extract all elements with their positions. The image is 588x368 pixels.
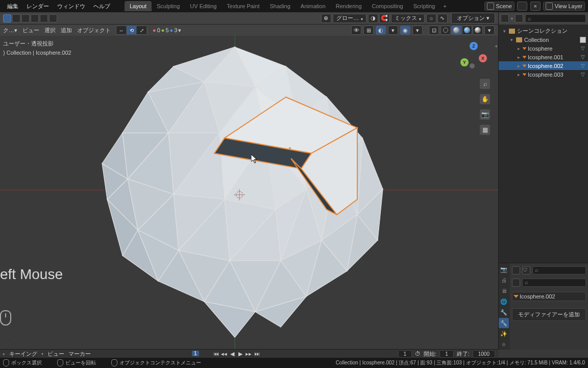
vhdr-object[interactable]: オブジェクト xyxy=(77,27,111,34)
selectmode-2-icon[interactable] xyxy=(21,14,30,22)
shade-matprev-icon[interactable] xyxy=(462,26,472,35)
properties-pin-icon[interactable]: ♡ xyxy=(522,266,530,274)
tree-item-icosphere-001[interactable]: ▸ Icosphere.001 ▽ xyxy=(499,53,588,61)
orientation-icon[interactable]: ⊕ xyxy=(321,14,331,23)
prop-tab-particle-icon[interactable]: ✨ xyxy=(499,329,509,339)
proportional-falloff-icon[interactable]: ∿ xyxy=(437,14,448,23)
gizmo-z-axis[interactable]: Z xyxy=(470,42,478,50)
collection-checkbox[interactable] xyxy=(580,37,586,43)
options-dropdown[interactable]: オプション ▾ xyxy=(451,13,495,24)
shade-rendered-icon[interactable] xyxy=(473,26,483,35)
tab-rendering[interactable]: Rendering xyxy=(331,1,367,11)
tab-texture-paint[interactable]: Texture Paint xyxy=(222,1,264,11)
menu-window[interactable]: ウィンドウ xyxy=(53,1,89,12)
breadcrumb-icon[interactable] xyxy=(512,279,520,287)
mesh-data-icon[interactable]: ▽ xyxy=(581,63,587,68)
shade-wireframe-icon[interactable] xyxy=(440,26,451,35)
mesh-data-icon[interactable]: ▽ xyxy=(581,54,587,60)
tab-sculpting[interactable]: Sculpting xyxy=(152,1,185,11)
tab-animation[interactable]: Animation xyxy=(296,1,331,11)
prop-tab-world-icon[interactable]: 🔧 xyxy=(499,307,509,317)
visibility-icon[interactable]: 👁 xyxy=(351,26,361,35)
selectmode-5-icon[interactable] xyxy=(49,14,57,22)
tree-collection[interactable]: ▾ Collection xyxy=(499,35,588,44)
breadcrumb-search[interactable] xyxy=(522,279,586,287)
snap-icon[interactable]: 🧲 xyxy=(379,14,389,23)
add-workspace-button[interactable]: + xyxy=(440,2,449,10)
add-modifier-button[interactable]: モディファイアーを追加 xyxy=(512,308,586,321)
overlays-dropdown-icon[interactable]: ▾ xyxy=(412,26,423,35)
shading-dropdown-icon[interactable]: ▾ xyxy=(484,26,495,35)
tree-item-icosphere-003[interactable]: ▸ Icosphere.003 ▽ xyxy=(499,70,588,79)
tab-layout[interactable]: Layout xyxy=(125,1,152,11)
next-key-icon[interactable]: ▸▸ xyxy=(245,350,252,357)
menu-edit[interactable]: 編集 xyxy=(3,1,22,12)
start-frame-input[interactable]: 1 xyxy=(439,350,454,358)
play-icon[interactable]: ▶ xyxy=(237,350,244,357)
zoom-icon[interactable]: ⌕ xyxy=(480,79,490,89)
tab-uv-editing[interactable]: UV Editing xyxy=(185,1,222,11)
viewlayer-selector[interactable]: View Layer xyxy=(543,2,585,11)
perspective-icon[interactable]: ▦ xyxy=(480,125,490,135)
xray-icon[interactable]: ⊡ xyxy=(429,26,439,35)
mesh-data-icon[interactable]: ▽ xyxy=(581,45,587,51)
vhdr-view[interactable]: ビュー xyxy=(22,27,39,34)
prop-tab-output-icon[interactable]: 🖨 xyxy=(499,275,509,285)
prop-tab-scene-icon[interactable]: 🌐 xyxy=(499,296,509,307)
menu-help[interactable]: ヘルプ xyxy=(89,1,114,12)
prop-tab-render-icon[interactable]: 📷 xyxy=(499,264,509,274)
gizmo-x-axis[interactable]: X xyxy=(479,54,487,62)
overlay-toggle-icon[interactable]: ◐ xyxy=(376,26,386,35)
tab-compositing[interactable]: Compositing xyxy=(367,1,408,11)
tree-item-icosphere-002[interactable]: ▸ Icosphere.002 ▽ xyxy=(499,61,588,70)
timeline-keying[interactable]: キーイング xyxy=(9,350,37,358)
outliner-filter-icon[interactable] xyxy=(515,14,523,22)
viewport-collapse-icon[interactable]: ◂ xyxy=(495,43,497,49)
pivot-icon[interactable]: ◑ xyxy=(368,14,378,23)
gizmo-neg-axis[interactable] xyxy=(470,63,475,68)
tab-scripting[interactable]: Scripting xyxy=(408,1,440,11)
outliner-mode-icon[interactable] xyxy=(501,14,509,22)
timeline-mode-icon[interactable] xyxy=(3,352,5,356)
menu-render[interactable]: レンダー xyxy=(22,1,53,12)
play-reverse-icon[interactable]: ◀ xyxy=(229,350,236,357)
axis-dropdown-icon[interactable]: ▾ xyxy=(178,27,181,34)
scene-delete-button[interactable]: × xyxy=(530,2,541,11)
tab-shading[interactable]: Shading xyxy=(264,1,295,11)
vhdr-menu-1[interactable]: ク…▾ xyxy=(3,27,17,34)
vhdr-add[interactable]: 追加 xyxy=(61,27,72,34)
prop-tab-physics-icon[interactable]: ⚛ xyxy=(499,339,509,350)
jump-start-icon[interactable]: ⏮ xyxy=(212,350,219,357)
mesh-data-icon[interactable]: ▽ xyxy=(581,72,587,77)
prop-tab-modifier-icon[interactable]: 🔧 xyxy=(499,318,509,328)
selectmode-1-icon[interactable] xyxy=(12,14,20,22)
prev-key-icon[interactable]: ◂◂ xyxy=(220,350,228,357)
orientation-dropdown[interactable]: グロー… xyxy=(333,14,366,23)
autokey-icon[interactable]: ⏱ xyxy=(415,351,421,357)
pan-icon[interactable]: ✋ xyxy=(480,94,490,104)
current-frame-marker[interactable]: 1 xyxy=(192,351,199,356)
timeline-view[interactable]: ビュー xyxy=(47,350,64,358)
vhdr-select[interactable]: 選択 xyxy=(44,27,56,34)
gizmo-y-axis[interactable]: Y xyxy=(460,58,469,66)
prop-tab-view-icon[interactable]: 🖥 xyxy=(499,286,509,296)
current-frame-input[interactable]: 1 xyxy=(398,350,412,358)
properties-search-input[interactable] xyxy=(532,266,586,274)
timeline-marker[interactable]: マーカー xyxy=(68,350,91,358)
transform-scale-icon[interactable]: ⤢ xyxy=(137,26,147,34)
properties-mode-icon[interactable] xyxy=(512,266,520,274)
end-frame-input[interactable]: 1000 xyxy=(473,350,495,358)
camera-icon[interactable]: 📷 xyxy=(480,109,490,120)
xray-toggle-icon[interactable]: ▾ xyxy=(388,26,398,35)
transform-rotate-icon[interactable]: ⟲ xyxy=(127,26,137,34)
jump-end-icon[interactable]: ⏭ xyxy=(253,350,260,357)
snap-dropdown[interactable]: ミックス xyxy=(391,14,425,23)
tree-item-icosphere[interactable]: ▸ Icosphere ▽ xyxy=(499,44,588,53)
outliner-search-input[interactable] xyxy=(525,14,586,22)
tree-scene-collection[interactable]: ▾ シーンコレクション xyxy=(499,27,588,35)
mode-object-icon[interactable] xyxy=(3,14,11,22)
selectmode-4-icon[interactable] xyxy=(40,14,48,22)
properties-object-name[interactable]: Icosphere.002 xyxy=(512,292,586,301)
overlays-icon[interactable]: ◉ xyxy=(400,26,410,35)
transform-move-icon[interactable]: ↔ xyxy=(116,26,127,34)
